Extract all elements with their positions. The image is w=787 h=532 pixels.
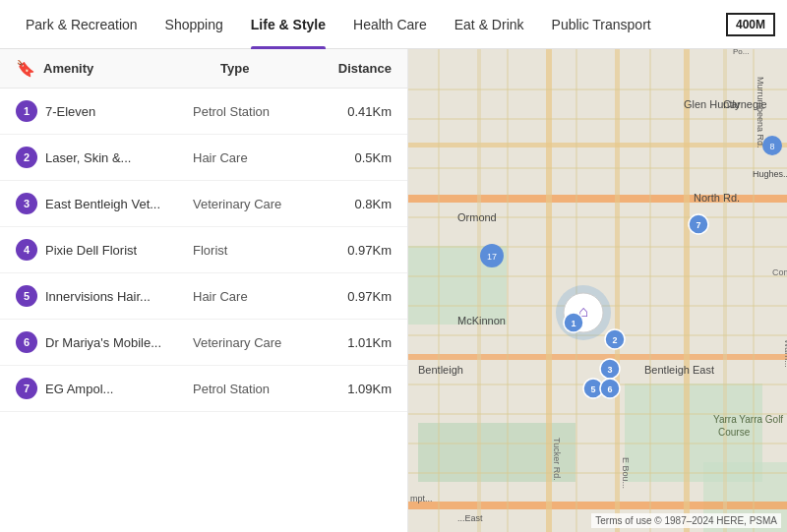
svg-text:...East: ...East	[457, 513, 483, 523]
svg-text:E Bou...: E Bou...	[621, 457, 631, 489]
map-svg: Murrumbeena Rd. Po... Glen Huntly Carneg…	[408, 49, 787, 532]
svg-text:McKinnon: McKinnon	[457, 315, 506, 326]
row-type: Petrol Station	[193, 382, 323, 396]
svg-rect-14	[408, 89, 787, 90]
svg-rect-18	[408, 246, 787, 248]
nav-item-health[interactable]: Health Care	[339, 0, 441, 49]
row-distance: 0.8Km	[323, 197, 392, 211]
svg-text:Yarra Yarra Golf: Yarra Yarra Golf	[713, 414, 783, 425]
table-row[interactable]: 3 East Bentleigh Vet... Veterinary Care …	[0, 181, 407, 227]
nav-item-park[interactable]: Park & Recreation	[12, 0, 151, 49]
row-name: EG Ampol...	[45, 382, 193, 396]
svg-rect-29	[649, 49, 651, 532]
row-number: 2	[16, 147, 37, 168]
svg-text:Tucker Rd.: Tucker Rd.	[552, 438, 562, 481]
svg-rect-16	[408, 167, 787, 169]
row-number: 7	[16, 378, 37, 399]
row-name: Pixie Dell Florist	[45, 243, 193, 258]
svg-text:5: 5	[590, 384, 595, 394]
svg-text:8: 8	[769, 142, 774, 151]
row-number: 3	[16, 193, 37, 214]
svg-rect-11	[684, 49, 690, 532]
svg-rect-9	[546, 49, 552, 532]
row-type: Hair Care	[193, 289, 323, 304]
svg-text:Warri...: Warri...	[783, 339, 787, 368]
row-type: Petrol Station	[193, 104, 323, 119]
amenity-table: 🔖 Amenity Type Distance 1 7-Eleven Petro…	[0, 49, 408, 532]
row-type: Hair Care	[193, 150, 323, 165]
row-distance: 1.01Km	[323, 335, 392, 350]
row-name: East Bentleigh Vet...	[45, 197, 193, 211]
table-header: 🔖 Amenity Type Distance	[0, 49, 407, 89]
svg-rect-8	[408, 143, 787, 148]
table-row[interactable]: 7 EG Ampol... Petrol Station 1.09Km	[0, 366, 407, 412]
row-name: Dr Mariya's Mobile...	[45, 335, 193, 350]
svg-text:mpt...: mpt...	[410, 494, 433, 503]
row-number: 4	[16, 239, 37, 261]
col-header-distance: Distance	[323, 61, 392, 76]
svg-rect-19	[408, 275, 787, 277]
table-row[interactable]: 1 7-Eleven Petrol Station 0.41Km	[0, 89, 407, 135]
svg-rect-12	[477, 49, 481, 532]
row-distance: 1.09Km	[323, 382, 392, 396]
row-distance: 0.41Km	[323, 104, 392, 119]
nav-item-lifestyle[interactable]: Life & Style	[237, 0, 339, 49]
svg-rect-6	[408, 354, 787, 360]
svg-text:Course: Course	[718, 427, 751, 438]
row-distance: 0.97Km	[323, 243, 392, 258]
row-type: Veterinary Care	[193, 197, 323, 211]
svg-text:Bentleigh East: Bentleigh East	[644, 364, 714, 376]
col-header-type: Type	[220, 61, 323, 76]
table-row[interactable]: 5 Innervisions Hair... Hair Care 0.97Km	[0, 273, 407, 320]
table-row[interactable]: 2 Laser, Skin &... Hair Care 0.5Km	[0, 135, 407, 181]
table-rows: 1 7-Eleven Petrol Station 0.41Km 2 Laser…	[0, 89, 407, 412]
row-name: Innervisions Hair...	[45, 289, 193, 304]
svg-text:7: 7	[696, 220, 700, 230]
table-row[interactable]: 6 Dr Mariya's Mobile... Veterinary Care …	[0, 320, 407, 366]
distance-badge: 400M	[726, 13, 775, 36]
col-header-amenity: Amenity	[43, 61, 220, 76]
svg-text:6: 6	[607, 384, 612, 394]
map-section[interactable]: Murrumbeena Rd. Po... Glen Huntly Carneg…	[408, 49, 787, 532]
svg-rect-25	[408, 472, 787, 474]
nav-item-shopping[interactable]: Shopping	[151, 0, 237, 49]
svg-rect-13	[723, 49, 727, 532]
svg-text:2: 2	[612, 335, 617, 345]
svg-rect-27	[507, 49, 509, 532]
svg-rect-24	[408, 443, 787, 444]
svg-text:Carnegie: Carnegie	[723, 98, 767, 110]
bookmark-icon: 🔖	[16, 59, 35, 78]
row-number: 5	[16, 285, 37, 307]
row-name: Laser, Skin &...	[45, 150, 193, 165]
row-number: 6	[16, 331, 37, 353]
row-type: Veterinary Care	[193, 335, 323, 350]
svg-rect-15	[408, 118, 787, 120]
svg-text:Ormond: Ormond	[457, 211, 497, 223]
svg-rect-10	[615, 49, 620, 532]
svg-text:Murrumbeena Rd.: Murrumbeena Rd.	[756, 77, 765, 148]
svg-rect-7	[408, 502, 787, 509]
row-distance: 0.5Km	[323, 150, 392, 165]
row-number: 1	[16, 100, 37, 122]
row-name: 7-Eleven	[45, 104, 193, 119]
svg-rect-30	[753, 49, 755, 532]
nav-bar: Park & Recreation Shopping Life & Style …	[0, 0, 787, 49]
map-footer: Terms of use © 1987–2024 HERE, PSMA	[591, 513, 781, 528]
svg-text:1: 1	[571, 319, 575, 328]
main-content: 🔖 Amenity Type Distance 1 7-Eleven Petro…	[0, 49, 787, 532]
svg-text:17: 17	[487, 252, 497, 262]
svg-text:Po...: Po...	[733, 49, 749, 56]
row-distance: 0.97Km	[323, 289, 392, 304]
svg-text:Com...: Com...	[772, 267, 787, 277]
nav-item-transport[interactable]: Public Transport	[538, 0, 665, 49]
row-type: Florist	[193, 243, 323, 258]
svg-rect-26	[438, 49, 440, 532]
svg-text:3: 3	[607, 365, 612, 375]
nav-item-eat[interactable]: Eat & Drink	[441, 0, 538, 49]
svg-text:Bentleigh: Bentleigh	[418, 364, 463, 376]
svg-text:Hughes...: Hughes...	[753, 169, 787, 179]
table-row[interactable]: 4 Pixie Dell Florist Florist 0.97Km	[0, 227, 407, 273]
svg-text:North Rd.: North Rd.	[694, 192, 740, 204]
